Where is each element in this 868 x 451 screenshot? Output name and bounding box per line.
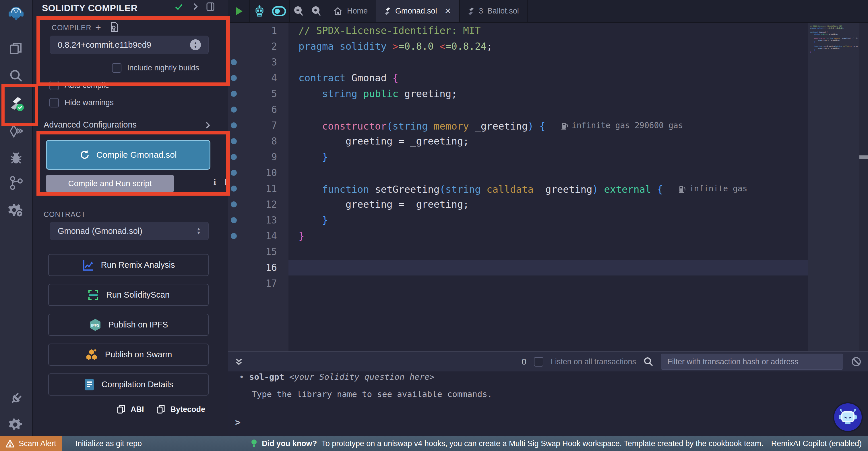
code-line[interactable]: 5 string public greeting;: [228, 86, 868, 102]
code-line[interactable]: 14}: [228, 228, 868, 244]
compile-button[interactable]: Compile Gmonad.sol: [46, 140, 210, 170]
minimap-line: // SPDX-License-Identifier: MIT: [810, 25, 858, 27]
info-icon[interactable]: i: [214, 177, 216, 187]
code-line[interactable]: 4contract Gmonad {: [228, 70, 868, 86]
terminal-collapse-icon[interactable]: [235, 357, 243, 367]
include-nightly-checkbox[interactable]: [112, 63, 121, 73]
terminal-search-icon[interactable]: [644, 357, 653, 367]
terminal-prompt[interactable]: >: [235, 417, 241, 428]
auto-compile-checkbox[interactable]: [50, 81, 59, 90]
editor-scrollbar[interactable]: [859, 23, 868, 351]
compiler-version-select[interactable]: 0.8.24+commit.e11b9ed9 ▲▼: [50, 36, 209, 54]
code-line[interactable]: 15: [228, 244, 868, 260]
code-token: [810, 41, 814, 43]
plugin-manager-icon[interactable]: [0, 198, 32, 222]
tab-gmonad-label: Gmonad.sol: [395, 7, 437, 16]
contract-select[interactable]: Gmonad (Gmonad.sol) ▲▼: [50, 222, 209, 240]
bytecode-label[interactable]: Bytecode: [170, 405, 205, 414]
compiler-license-icon[interactable]: [110, 22, 119, 32]
run-solidityscan-button[interactable]: Run SolidityScan: [48, 284, 209, 306]
code-token: ;: [487, 40, 492, 52]
deploy-run-icon[interactable]: [0, 119, 32, 143]
git-init-status[interactable]: Initialize as git repo: [75, 439, 142, 448]
code-line[interactable]: 11 function setGreeting(string calldata …: [228, 181, 868, 196]
code-line[interactable]: 10: [228, 165, 868, 181]
code-line[interactable]: 3: [228, 54, 868, 70]
compile-and-run-label: Compile and Run script: [68, 179, 152, 188]
terminal-output[interactable]: • sol-gpt <your Solidity question here> …: [228, 371, 868, 436]
publish-on-swarm-button[interactable]: Publish on Swarm: [48, 344, 209, 366]
abi-label[interactable]: ABI: [131, 405, 144, 414]
code-line[interactable]: 6: [228, 102, 868, 117]
compiler-section-label: COMPILER: [52, 24, 92, 32]
ai-copilot-robot-button[interactable]: [250, 0, 269, 22]
copilot-toggle[interactable]: [269, 0, 289, 22]
run-remix-analysis-button[interactable]: Run Remix Analysis: [48, 254, 209, 276]
minimap-line: pragma solidity >=0.8.0 <=0.8.24;: [810, 27, 858, 29]
code-line[interactable]: 8 greeting = _greeting;: [228, 133, 868, 149]
panel-chevron-icon[interactable]: [191, 2, 200, 11]
code-token: // SPDX-License-Identifier: MIT: [299, 25, 481, 36]
search-icon[interactable]: [0, 64, 32, 88]
compile-and-run-button[interactable]: Compile and Run script: [46, 175, 174, 193]
minimap-line: constructor(string memory _greeting) {in…: [810, 37, 858, 39]
code-line[interactable]: 12 greeting = _greeting;: [228, 196, 868, 212]
advanced-configurations-toggle[interactable]: Advanced Configurations: [43, 120, 216, 131]
remix-logo[interactable]: [0, 2, 32, 26]
line-number: 6: [245, 102, 277, 117]
zoom-in-button[interactable]: [307, 0, 325, 22]
code-token: }: [299, 230, 304, 242]
terminal-line: • sol-gpt <your Solidity question here>: [239, 372, 435, 382]
solidity-compiler-icon[interactable]: [0, 91, 32, 115]
tab-home[interactable]: Home: [325, 0, 376, 22]
copy-abi-icon[interactable]: [117, 404, 125, 414]
minimap[interactable]: // SPDX-License-Identifier: MITpragma so…: [808, 23, 859, 351]
code-token: memory: [434, 120, 469, 132]
gas-pump-icon: [561, 121, 568, 130]
code-line[interactable]: 16: [228, 260, 868, 276]
debugger-icon[interactable]: [0, 146, 32, 170]
copilot-status[interactable]: RemixAI Copilot (enabled): [771, 439, 862, 448]
code-line[interactable]: 1// SPDX-License-Identifier: MIT: [228, 23, 868, 38]
code-line[interactable]: 2pragma solidity >=0.8.0 <=0.8.24;: [228, 38, 868, 54]
pin-panel-icon[interactable]: [206, 2, 215, 11]
publish-on-ipfs-button[interactable]: IPFS Publish on IPFS: [48, 314, 209, 336]
compilation-details-button[interactable]: Compilation Details: [48, 373, 209, 396]
code-token: public: [363, 88, 398, 100]
hide-warnings-checkbox[interactable]: [50, 98, 59, 107]
scrollbar-thumb[interactable]: [859, 156, 868, 159]
code-token: string: [322, 88, 358, 100]
code-editor[interactable]: 1// SPDX-License-Identifier: MIT2pragma …: [228, 23, 868, 351]
settings-gear-icon[interactable]: [0, 413, 32, 436]
add-compiler-icon[interactable]: +: [95, 22, 101, 33]
terminal-line: Type the library name to see available c…: [252, 389, 492, 399]
clear-console-icon[interactable]: [851, 356, 862, 367]
transaction-filter-input[interactable]: [661, 354, 843, 370]
code-token: string: [836, 45, 842, 47]
run-script-play-button[interactable]: [228, 0, 249, 22]
code-token: _greeting: [534, 184, 592, 195]
code-token: greeting: [299, 198, 398, 210]
code-text: greeting = _greeting;: [810, 39, 858, 41]
close-tab-icon[interactable]: ✕: [445, 6, 451, 16]
listen-transactions-checkbox[interactable]: [534, 357, 544, 367]
code-line[interactable]: 17: [228, 276, 868, 291]
tab-ballot-sol[interactable]: 3_Ballot.sol: [460, 0, 527, 22]
gutter-dot-icon: [231, 154, 237, 160]
tab-home-label: Home: [347, 7, 368, 16]
git-icon[interactable]: [0, 171, 32, 195]
remix-ai-assistant-button[interactable]: [833, 402, 863, 432]
code-line[interactable]: 9 }: [228, 149, 868, 165]
code-text: string public greeting;: [810, 33, 858, 35]
code-text: pragma solidity >=0.8.0 <=0.8.24;: [299, 38, 493, 54]
copy-bytecode-icon[interactable]: [156, 404, 165, 414]
zoom-out-button[interactable]: [290, 0, 307, 22]
code-line[interactable]: 13 }: [228, 212, 868, 228]
plugins-plug-icon[interactable]: [0, 385, 32, 409]
tab-gmonad-sol[interactable]: Gmonad.sol ✕: [376, 0, 460, 22]
code-token: =: [398, 135, 404, 147]
file-explorer-icon[interactable]: [0, 36, 32, 60]
scam-alert-badge[interactable]: Scam Alert: [0, 436, 62, 451]
code-token: [299, 184, 322, 195]
code-line[interactable]: 7 constructor(string memory _greeting) {…: [228, 117, 868, 133]
